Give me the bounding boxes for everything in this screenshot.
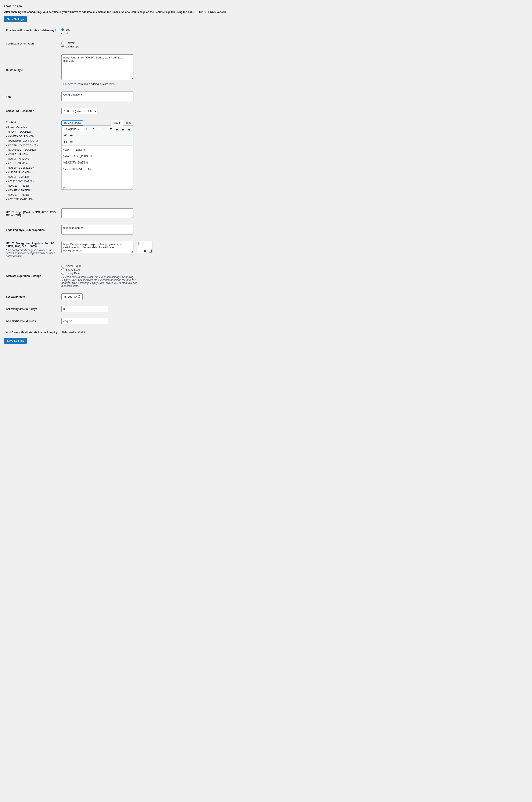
expiration-label: Activate Expiration Settings (4, 261, 61, 291)
vars-title: Allowed Variables: (6, 125, 59, 130)
svg-rect-33 (72, 142, 73, 143)
orientation-portrait-radio[interactable] (61, 41, 64, 44)
svg-rect-22 (128, 129, 130, 130)
editor-tab-visual[interactable]: Visual (111, 120, 123, 126)
expiry-days-input[interactable] (61, 306, 108, 312)
enable-no-radio[interactable] (61, 32, 64, 35)
media-icon (64, 122, 67, 125)
enable-no-label: No (66, 32, 69, 35)
svg-point-2 (98, 130, 98, 130)
svg-rect-17 (122, 129, 124, 129)
editor-resize-handle[interactable] (131, 187, 133, 189)
bg-preview-image (137, 241, 152, 253)
exp-date-radio[interactable] (61, 268, 64, 271)
svg-rect-24 (70, 134, 73, 134)
toolbar-toggle-button[interactable] (69, 139, 74, 145)
svg-rect-30 (72, 141, 73, 142)
save-settings-bottom[interactable]: Save Settings (4, 338, 27, 344)
italic-button[interactable] (91, 127, 96, 132)
align-justify-button[interactable] (69, 132, 74, 137)
editor-line: %USER_NAME% (63, 148, 132, 152)
expiry-days-label: Set expiry date in X days (4, 303, 61, 315)
svg-rect-28 (70, 141, 71, 142)
svg-point-0 (98, 128, 98, 128)
logo-url-textarea[interactable] (61, 208, 133, 218)
svg-rect-4 (99, 129, 100, 129)
content-label: Content (6, 121, 59, 124)
enable-yes-radio[interactable] (61, 29, 64, 31)
exp-never-label: Never Expire (66, 264, 81, 267)
ol-button[interactable]: 123 (102, 127, 108, 132)
allowed-variable: - %USER_EMAIL% (6, 175, 59, 179)
editor-tab-text[interactable]: Text (123, 120, 133, 126)
editor-line: %EXPIRY_DATE% (63, 161, 132, 164)
orientation-landscape-radio[interactable] (61, 45, 64, 48)
logo-style-textarea[interactable] (61, 225, 133, 235)
svg-rect-10 (104, 129, 106, 129)
svg-rect-16 (121, 128, 124, 128)
save-settings-top[interactable]: Save Settings (4, 16, 27, 22)
format-select[interactable]: Paragraph ▾ (63, 127, 84, 131)
orientation-landscape-label: Landscape (66, 45, 79, 48)
allowed-variable: - %DATE_TAKEN% (6, 184, 59, 188)
allowed-variable: - %CERTIFICATE_ID% (6, 197, 59, 202)
exp-days-radio[interactable] (61, 272, 64, 275)
enable-no-row[interactable]: No (61, 32, 528, 35)
fullscreen-button[interactable] (63, 139, 68, 145)
svg-rect-11 (104, 130, 106, 130)
exp-days-row[interactable]: Expiry Days (61, 272, 528, 275)
align-center-button[interactable] (120, 127, 126, 132)
exp-never-row[interactable]: Never Expire (61, 264, 528, 267)
allowed-variable: - %QUIZ_NAME% (6, 152, 59, 157)
allowed-variable: - %TOTAL_QUESTIONS% (6, 143, 59, 148)
svg-rect-25 (70, 135, 73, 135)
svg-rect-15 (116, 130, 117, 130)
exp-never-radio[interactable] (61, 265, 64, 267)
enable-yes-row[interactable]: Yes (61, 28, 528, 31)
intro-text: After enabling and configuring. your cer… (4, 11, 528, 14)
custom-fonts-after: to learn about adding custom fonts. (73, 82, 115, 86)
bold-button[interactable] (85, 127, 90, 132)
ul-button[interactable] (97, 127, 102, 132)
prefix-input[interactable] (61, 318, 108, 324)
allowed-variable: - %POINT_SCORE% (6, 130, 59, 134)
editor-breadcrumb[interactable]: P (63, 186, 65, 189)
svg-rect-5 (99, 130, 100, 130)
orientation-portrait-row[interactable]: Portrait (61, 41, 528, 44)
link-button[interactable] (63, 132, 68, 137)
bg-url-label: URL To Background Img (Must be JPG, JPEG… (6, 242, 59, 248)
bg-url-textarea[interactable] (61, 241, 133, 253)
exp-date-row[interactable]: Expiry Date (61, 268, 528, 271)
editor-line: %CERTIFICATE_ID% (63, 167, 132, 171)
expiry-date-input[interactable] (61, 293, 82, 300)
svg-point-1 (98, 129, 98, 129)
align-right-button[interactable] (126, 127, 131, 132)
allowed-variable: - %AMOUNT_CORRECT% (6, 139, 59, 143)
orientation-landscape-row[interactable]: Landscape (61, 45, 528, 48)
shortcode-value: [quiz_expiry_check] (61, 330, 86, 333)
title-textarea[interactable] (61, 92, 133, 101)
prefix-label: Add Certificate Id Prefix (4, 315, 61, 327)
orientation-portrait-label: Portrait (66, 41, 75, 44)
page-title: Certificate (4, 4, 528, 8)
exp-days-label: Expiry Days (66, 272, 80, 275)
quote-button[interactable] (109, 127, 114, 132)
custom-style-label: Custom Style (4, 52, 61, 89)
svg-rect-21 (128, 129, 130, 129)
svg-rect-20 (128, 128, 130, 128)
expiry-date-label: Set expiry date (4, 291, 61, 303)
logo-style-label: Logo Img style(CSS properties) (4, 222, 61, 238)
custom-style-textarea[interactable] (61, 54, 133, 80)
allowed-variable: - %USER_BUSINESS% (6, 166, 59, 170)
svg-rect-13 (116, 129, 117, 129)
editor-toolbar: Paragraph ▾ 123 (61, 125, 133, 146)
svg-rect-3 (99, 128, 100, 128)
editor-body[interactable]: %USER_NAME%%AVERAGE_POINT%%EXPIRY_DATE%%… (61, 146, 133, 186)
add-media-button[interactable]: Add Media (61, 120, 83, 126)
allowed-variable: - %USER_NAME% (6, 157, 59, 161)
align-left-button[interactable] (114, 127, 119, 132)
custom-fonts-link[interactable]: Click here (61, 82, 73, 86)
svg-rect-12 (116, 128, 118, 128)
svg-rect-23 (128, 130, 130, 130)
resolution-select[interactable]: 100 DPI (Low Resolution) (61, 108, 97, 114)
